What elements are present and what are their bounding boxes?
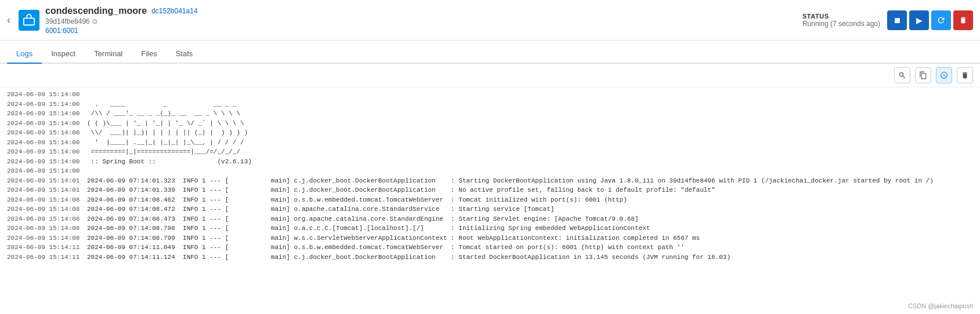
log-timestamp: 2024-06-09 15:14:11	[7, 253, 82, 262]
tabs: Logs Inspect Terminal Files Stats	[0, 41, 980, 64]
port-link[interactable]: 6001:6001	[45, 27, 797, 35]
log-timestamp: 2024-06-09 15:14:00	[7, 128, 82, 138]
log-message: 2024-06-09 07:14:01.323 INFO 1 --- [ mai…	[87, 176, 934, 186]
tab-terminal[interactable]: Terminal	[85, 45, 132, 64]
watermark: CSDN @jakiechaipush	[908, 302, 973, 309]
svg-rect-0	[24, 18, 34, 25]
log-message: . ____ _ __ _ _	[87, 100, 236, 109]
timestamp-button[interactable]	[936, 67, 952, 83]
back-button[interactable]: ‹	[7, 14, 10, 26]
header: ‹ condescending_moore dc152b041a14 39d14…	[0, 0, 980, 41]
tab-logs[interactable]: Logs	[7, 45, 42, 64]
tab-inspect[interactable]: Inspect	[42, 45, 85, 64]
action-buttons: ⏹ ▶	[887, 10, 973, 30]
container-icon	[19, 10, 39, 31]
log-timestamp: 2024-06-09 15:14:08	[7, 195, 82, 205]
log-toolbar	[0, 64, 980, 87]
log-message: ( ( )\___ | '_ | '_| | '_ \/ _` | \ \ \ …	[87, 119, 244, 129]
status-title: STATUS	[802, 13, 880, 20]
log-line: 2024-06-09 15:14:00 /\\ / ___'_ __ _ _(_…	[7, 109, 973, 119]
log-line: 2024-06-09 15:14:00	[7, 90, 973, 100]
stop-button[interactable]: ⏹	[887, 10, 907, 30]
log-message: =========|_|==============|___/=/_/_/_/	[87, 147, 240, 157]
container-info: condescending_moore dc152b041a14 39d14fb…	[45, 6, 797, 35]
log-message: 2024-06-09 07:14:08.472 INFO 1 --- [ mai…	[87, 205, 554, 214]
status-section: STATUS Running (7 seconds ago) ⏹ ▶	[802, 10, 973, 30]
log-line: 2024-06-09 15:14:00 =========|_|========…	[7, 147, 973, 157]
log-line: 2024-06-09 15:14:082024-06-09 07:14:08.7…	[7, 233, 973, 243]
log-timestamp: 2024-06-09 15:14:00	[7, 166, 82, 176]
log-message: 2024-06-09 07:14:08.473 INFO 1 --- [ mai…	[87, 214, 639, 224]
log-timestamp: 2024-06-09 15:14:00	[7, 138, 82, 148]
log-message: :: Spring Boot :: (v2.6.13)	[87, 157, 252, 167]
log-timestamp: 2024-06-09 15:14:01	[7, 185, 82, 195]
log-line: 2024-06-09 15:14:082024-06-09 07:14:08.4…	[7, 214, 973, 224]
log-timestamp: 2024-06-09 15:14:08	[7, 214, 82, 224]
log-message: /\\ / ___'_ __ _ _(_)_ __ __ _ \ \ \ \	[87, 109, 240, 119]
log-timestamp: 2024-06-09 15:14:00	[7, 147, 82, 157]
log-line: 2024-06-09 15:14:082024-06-09 07:14:08.7…	[7, 224, 973, 233]
log-message: 2024-06-09 07:14:08.799 INFO 1 --- [ mai…	[87, 233, 700, 243]
log-timestamp: 2024-06-09 15:14:08	[7, 224, 82, 233]
log-line: 2024-06-09 15:14:00 :: Spring Boot :: (v…	[7, 157, 973, 167]
status-value: Running (7 seconds ago)	[802, 20, 880, 28]
container-id: 39d14fbe8496	[45, 17, 90, 25]
tab-stats[interactable]: Stats	[167, 45, 202, 64]
resume-button[interactable]: ▶	[909, 10, 929, 30]
log-message: \\/ ___)| |_)| | | | | || (_| | ) ) ) )	[87, 128, 248, 138]
log-timestamp: 2024-06-09 15:14:00	[7, 100, 82, 109]
log-message: 2024-06-09 07:14:01.339 INFO 1 --- [ mai…	[87, 185, 715, 195]
log-message: 2024-06-09 07:14:11.124 INFO 1 --- [ mai…	[87, 253, 731, 262]
restart-button[interactable]	[931, 10, 951, 30]
log-line: 2024-06-09 15:14:00	[7, 166, 973, 176]
log-line: 2024-06-09 15:14:00 . ____ _ __ _ _	[7, 100, 973, 109]
log-timestamp: 2024-06-09 15:14:08	[7, 205, 82, 214]
log-message: 2024-06-09 07:14:08.462 INFO 1 --- [ mai…	[87, 195, 627, 205]
log-message: ' |____| .__|_| |_|_| |_\__, | / / / /	[87, 138, 244, 148]
log-timestamp: 2024-06-09 15:14:00	[7, 119, 82, 129]
log-line: 2024-06-09 15:14:00( ( )\___ | '_ | '_| …	[7, 119, 973, 129]
log-line: 2024-06-09 15:14:112024-06-09 07:14:11.0…	[7, 243, 973, 253]
log-line: 2024-06-09 15:14:012024-06-09 07:14:01.3…	[7, 176, 973, 186]
log-timestamp: 2024-06-09 15:14:11	[7, 243, 82, 253]
search-button[interactable]	[894, 67, 910, 83]
delete-button[interactable]	[953, 10, 973, 30]
log-line: 2024-06-09 15:14:00 \\/ ___)| |_)| | | |…	[7, 128, 973, 138]
log-line: 2024-06-09 15:14:012024-06-09 07:14:01.3…	[7, 185, 973, 195]
log-line: 2024-06-09 15:14:082024-06-09 07:14:08.4…	[7, 205, 973, 214]
copy-button[interactable]	[915, 67, 931, 83]
clear-button[interactable]	[957, 67, 973, 83]
tab-files[interactable]: Files	[132, 45, 166, 64]
log-line: 2024-06-09 15:14:082024-06-09 07:14:08.4…	[7, 195, 973, 205]
copy-id-icon[interactable]: ⧉	[92, 17, 97, 25]
log-timestamp: 2024-06-09 15:14:01	[7, 176, 82, 186]
log-line: 2024-06-09 15:14:00 ' |____| .__|_| |_|_…	[7, 138, 973, 148]
log-message: 2024-06-09 07:14:08.798 INFO 1 --- [ mai…	[87, 224, 650, 233]
log-line: 2024-06-09 15:14:112024-06-09 07:14:11.1…	[7, 253, 973, 262]
container-name: condescending_moore	[45, 6, 147, 16]
log-timestamp: 2024-06-09 15:14:00	[7, 157, 82, 167]
log-message: 2024-06-09 07:14:11.049 INFO 1 --- [ mai…	[87, 243, 685, 253]
log-timestamp: 2024-06-09 15:14:08	[7, 233, 82, 243]
log-timestamp: 2024-06-09 15:14:00	[7, 90, 82, 100]
container-commit-link[interactable]: dc152b041a14	[151, 7, 197, 15]
log-timestamp: 2024-06-09 15:14:00	[7, 109, 82, 119]
log-content[interactable]: 2024-06-09 15:14:002024-06-09 15:14:00 .…	[0, 87, 980, 313]
